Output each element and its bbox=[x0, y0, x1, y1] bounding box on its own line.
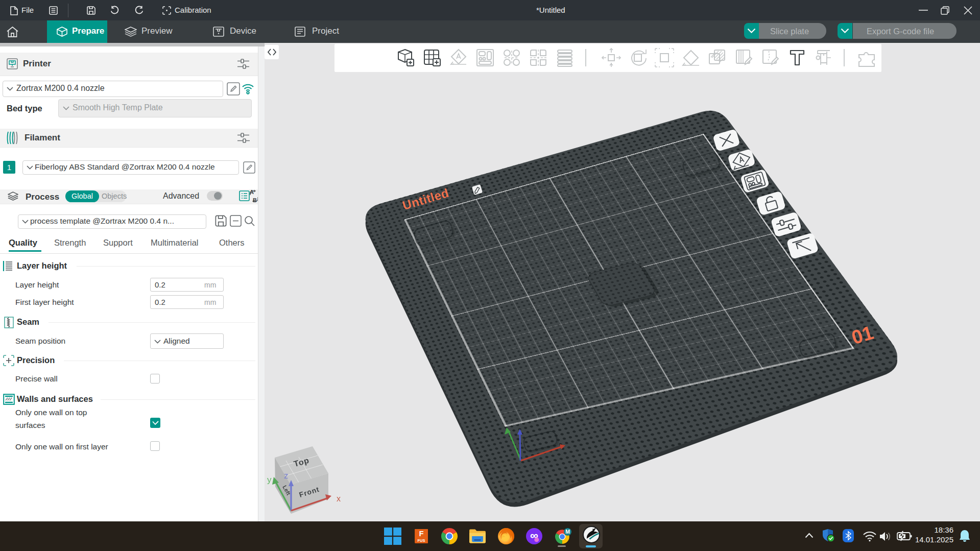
svg-text:F: F bbox=[419, 530, 423, 538]
svg-text:M: M bbox=[565, 529, 570, 535]
svg-text:FUS: FUS bbox=[418, 538, 425, 543]
